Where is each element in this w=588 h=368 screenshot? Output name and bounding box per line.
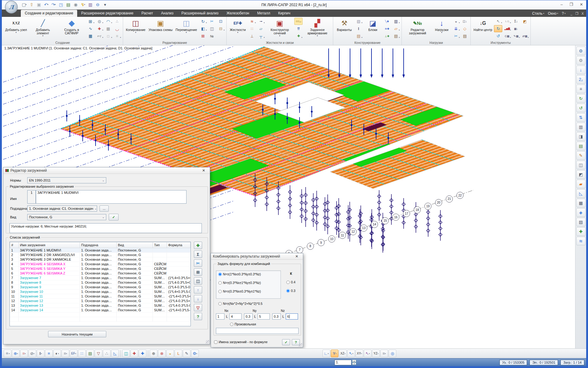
insert-row-button[interactable]: ⊞ <box>194 268 202 276</box>
ribbon-button-hinge[interactable]: ┬▾ <box>257 33 265 40</box>
tab-металл[interactable]: Металл <box>253 10 274 17</box>
ribbon-button-rotate-plates[interactable]: ↻▾ <box>199 18 207 25</box>
zoom-cancel-button[interactable]: ⊗ <box>158 350 166 357</box>
table-row[interactable]: 1ЗАГРУЖЕНИЕ 1 MUDMIVI1. Основная зада…По… <box>10 248 190 253</box>
link-nodes-button[interactable]: ∴ <box>103 350 111 357</box>
assign-current-button[interactable]: Назначить текущим <box>48 331 106 337</box>
ribbon-button-cube-move[interactable]: ✚▾ <box>95 25 104 32</box>
ribbon-button-select-zoom[interactable]: ⊡ <box>217 18 225 25</box>
ribbon-button-reinforcement[interactable]: ▞Заданное армирование▾ <box>303 17 331 41</box>
quick-run-lightning-button[interactable]: ↯▾ <box>80 1 86 8</box>
label-tool-button[interactable]: L <box>175 350 182 357</box>
ribbon-button-concrete-cube[interactable]: ▧▾ <box>354 18 363 25</box>
formula-radio-2[interactable]: N=±(0.3*Nx±0.3*Ny±1*Nz) <box>218 289 261 293</box>
toolbar-options-button[interactable]: ▾ <box>102 1 108 8</box>
rotate-ccw-button[interactable]: ↺ <box>576 104 586 112</box>
radio-input[interactable] <box>218 302 222 305</box>
ribbon-button-node-xyz[interactable]: X,Y,ZДобавить узел▾ <box>4 17 28 41</box>
model-3d-button[interactable]: ◳ <box>58 1 64 8</box>
radio-input[interactable] <box>218 290 222 293</box>
ribbon-button-plate-shape[interactable]: ▱ <box>257 25 265 32</box>
draw-tool-button[interactable]: ✎ <box>183 350 190 357</box>
column-header[interactable]: # <box>10 242 19 248</box>
axis-field-Nx-a[interactable]: 1 <box>216 313 224 320</box>
ribbon-button-stiffness-ef[interactable]: EF✚Жесткости▾ <box>228 17 247 41</box>
cut-load-button[interactable]: ✂ <box>194 259 202 267</box>
ribbon-button-copy-fragment[interactable]: ◫ <box>208 25 216 32</box>
sort-loads-button[interactable]: Σ <box>194 251 202 258</box>
table-row[interactable]: 5ЗАГРУЖЕНИЕ 5 SEISMIKA Y1. Основная зада… <box>10 266 190 271</box>
radio-input[interactable] <box>286 289 290 293</box>
ribbon-button-move-docs[interactable]: ◫Перемещение▾ <box>174 17 198 41</box>
ribbon-button-cursor-colors[interactable]: ↖▾ <box>494 18 502 25</box>
funnel-filter-button[interactable]: ▽ <box>95 350 102 357</box>
subtask-more-button[interactable]: ... <box>100 205 109 212</box>
display-settings-button[interactable]: ⚙ <box>576 47 586 55</box>
load-table-header[interactable]: #Имя загруженияПодзадачаВидТипФормула <box>10 242 190 248</box>
table-row[interactable]: 10Загружение 101. Основная зада…Постоянн… <box>10 289 190 294</box>
panel-bar-button[interactable]: ▰ <box>576 180 586 188</box>
ribbon-button-element-rod[interactable]: ╱Добавить элемент▾ <box>29 17 57 41</box>
norms-combobox[interactable]: EN 1990-2011⌄ <box>27 177 106 183</box>
filter-loads-button[interactable]: ▽ <box>194 304 202 311</box>
ribbon-button-mini-swap[interactable]: ◩ <box>521 18 529 25</box>
formula-radio-0[interactable]: N=±(1*Nx±0.3*Ny±0.3*Nz) <box>218 272 261 276</box>
panel-book-button[interactable]: ▤ <box>576 142 586 150</box>
tab-железобетон[interactable]: Железобетон <box>222 10 253 17</box>
ribbon-button-dome[interactable]: ◠▾ <box>104 18 112 25</box>
table-row[interactable]: 6ЗАГРУЖЕНИЕ 6 SEISMIKA Z1. Основная зада… <box>10 271 190 276</box>
measure-tool-button[interactable]: ◺ <box>111 350 119 357</box>
ribbon-button-find-center[interactable]: ↓GНайти центр <box>472 17 493 41</box>
model-viewport[interactable]: 1.ЗАГРУЖЕНИЕ 1 MUDMIVI [1. Основная зада… <box>2 45 586 348</box>
view-y-button[interactable]: Y▾ <box>331 350 338 357</box>
app-logo-button[interactable]: Л <box>5 1 18 13</box>
table-row[interactable]: 8Загружение 81. Основная зада…Постоянное… <box>10 280 190 285</box>
erase-mode-button[interactable]: ⊘▾ <box>28 350 36 357</box>
ribbon-button-scissors[interactable]: ✂ <box>208 18 216 25</box>
rotate-cw-button[interactable]: ↻ <box>576 94 586 103</box>
ef-display-button[interactable]: EF▾ <box>70 350 77 357</box>
ribbon-button-brick[interactable]: ▤▾ <box>354 33 363 40</box>
ribbon-button-plate-load[interactable]: ◇ <box>461 25 469 32</box>
ribbon-button-support-add[interactable]: ⊥✚ <box>383 33 391 40</box>
table-row[interactable]: 7Загружение 71. Основная зада…Постоянное… <box>10 276 190 280</box>
help-menu[interactable]: ?▾ <box>560 11 567 16</box>
pause-columns-button[interactable]: ‖▾ <box>37 350 44 357</box>
load-name-field[interactable]: ЗАГРУЖЕНИЕ 1 MUDMIVI <box>36 190 187 204</box>
move-up-button[interactable]: ↑ <box>194 286 202 293</box>
ribbon-button-copy-docs[interactable]: ◫Копирование▾ <box>125 17 147 41</box>
table-row[interactable]: 14Загружение 141. Основная зада…Постоянн… <box>10 308 190 312</box>
ribbon-button-plate-orange[interactable]: ▱▾ <box>392 25 400 32</box>
ribbon-button-mirror-plate[interactable]: ◧▾ <box>199 25 207 32</box>
list-numbers-button[interactable]: ≡ <box>576 85 586 93</box>
book-display-button[interactable]: ▤ <box>86 350 94 357</box>
add-marker-blue-button[interactable]: ✚ <box>139 350 146 357</box>
tab-кирпич[interactable]: Кирпич <box>274 10 294 17</box>
close-icon[interactable]: ✕ <box>199 168 208 173</box>
ribbon-button-paren-12[interactable]: 1.2)▾ <box>503 18 511 25</box>
ribbon-button-z-function[interactable]: z=ƒ▾ <box>95 33 104 40</box>
contrast-display-button[interactable]: ◐▾ <box>53 350 61 357</box>
ribbon-button-pen-squares[interactable]: ✎▦▾ <box>512 33 520 40</box>
column-header[interactable]: Вид <box>117 242 153 248</box>
close-button[interactable]: ✕ <box>580 2 583 7</box>
lock-protect-button[interactable]: ⊖ <box>94 1 101 8</box>
spinner-up-icon[interactable]: ▲ <box>352 360 356 362</box>
names-by-formula-checkbox[interactable]: Имена загружений - по формуле <box>214 340 268 344</box>
ribbon-button-weight[interactable]: ◒▾ <box>452 18 460 25</box>
mdi-close-button[interactable]: X <box>582 12 584 16</box>
ribbon-button-loads-arrow[interactable]: ↓Нагрузки▾ <box>432 17 451 41</box>
ribbon-button-dashed-plate[interactable]: □▾ <box>104 33 112 40</box>
panel-top-button[interactable]: ◩ <box>576 170 586 179</box>
ribbon-button-wall-panel[interactable]: ▤▾ <box>392 33 400 40</box>
ribbon-button-docs-load[interactable]: ◫↓ <box>461 18 469 25</box>
ribbon-button-frame-grid[interactable]: ⊞▾ <box>86 18 95 25</box>
view-xy-button[interactable]: XY▾ <box>356 350 363 357</box>
ribbon-button-rods-add[interactable]: ≋✚ <box>383 25 391 32</box>
tab-расчет[interactable]: Расчет <box>138 10 157 17</box>
minimize-button[interactable]: – <box>560 2 563 7</box>
load-number-field[interactable]: 1 <box>27 190 36 204</box>
ribbon-button-load-editor[interactable]: ✎№Редактор загружений <box>403 17 432 41</box>
ribbon-button-stiffness-up[interactable]: ⇈ <box>294 25 303 32</box>
table-row[interactable]: 13Загружение 131. Основная зада…Постоянн… <box>10 303 190 308</box>
